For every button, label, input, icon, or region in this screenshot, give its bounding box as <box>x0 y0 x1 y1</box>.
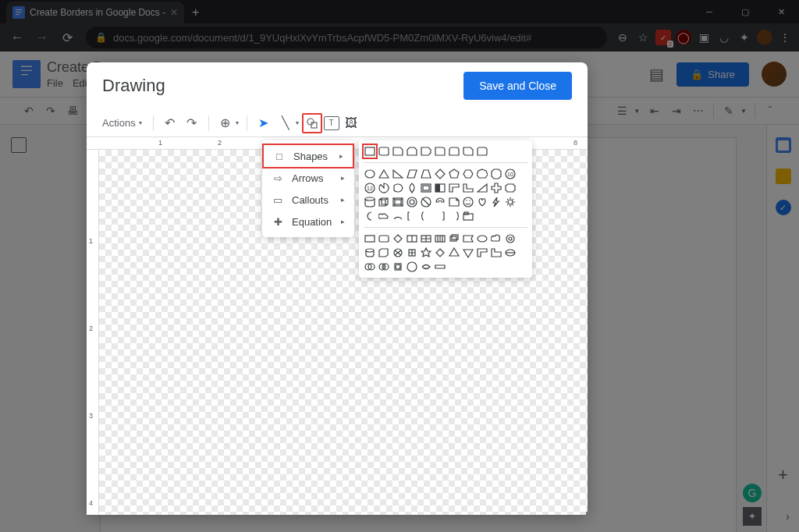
shape-s18[interactable] <box>448 246 460 259</box>
shape-menu-arrows[interactable]: ⇨Arrows▸ <box>262 167 354 189</box>
shape-s12[interactable] <box>364 246 376 259</box>
shape-s4[interactable] <box>406 232 418 245</box>
shape-diag[interactable] <box>476 182 488 194</box>
shape-cross[interactable] <box>490 182 502 194</box>
svg-text:10: 10 <box>507 172 513 177</box>
shape-brack[interactable] <box>406 210 418 222</box>
shape-rects[interactable] <box>476 145 488 158</box>
select-tool[interactable]: ➤ <box>254 113 274 133</box>
shape-s15[interactable] <box>406 246 418 259</box>
zoom-button[interactable]: ⊕ <box>215 113 236 133</box>
shape-s23[interactable] <box>364 261 376 273</box>
shape-donut[interactable] <box>406 196 418 208</box>
shape-pie[interactable] <box>378 182 390 194</box>
shape-smiley[interactable] <box>462 196 474 208</box>
shape-menu-callouts[interactable]: ▭Callouts▸ <box>262 189 354 211</box>
shape-s24[interactable] <box>378 261 390 273</box>
line-tool[interactable]: ╲ <box>275 113 296 133</box>
shape-trap[interactable] <box>420 168 432 180</box>
shape-fold[interactable] <box>448 196 460 208</box>
shape-menu-equation[interactable]: ✚Equation▸ <box>262 211 354 232</box>
shape-s16[interactable] <box>420 246 432 259</box>
shape-lshape[interactable] <box>462 182 474 194</box>
shape-hex[interactable] <box>462 168 474 180</box>
dropdown-arrow-icon[interactable]: ▾ <box>296 119 299 126</box>
shape-circle[interactable] <box>364 168 376 180</box>
shape-chord[interactable] <box>392 182 404 194</box>
shape-pent[interactable] <box>448 168 460 180</box>
shape-s19[interactable] <box>462 246 474 259</box>
shape-s13[interactable] <box>378 246 390 259</box>
ruler-mark: 8 <box>574 139 577 147</box>
textbox-tool[interactable]: T <box>324 116 339 130</box>
shape-round2[interactable] <box>448 145 460 158</box>
shape-block[interactable] <box>434 196 446 208</box>
shape-rrect[interactable] <box>378 145 390 158</box>
shape-snipd[interactable] <box>420 145 432 158</box>
shape-s27[interactable] <box>420 261 432 273</box>
shape-s22[interactable] <box>504 246 517 259</box>
shape-rect[interactable] <box>362 144 378 159</box>
shape-hept[interactable] <box>476 168 488 180</box>
shape-nosym[interactable] <box>420 196 432 208</box>
redo-button[interactable]: ↷ <box>182 113 202 133</box>
shape-s7[interactable] <box>448 232 460 245</box>
shape-bolt[interactable] <box>490 196 502 208</box>
shape-diamond[interactable] <box>434 168 446 180</box>
shape-cloud[interactable] <box>378 210 390 222</box>
shape-snip2[interactable] <box>406 145 418 158</box>
shape-frame[interactable] <box>420 182 432 194</box>
shape-rtri[interactable] <box>392 168 404 180</box>
shape-menu-shapes[interactable]: □Shapes▸ <box>262 144 354 168</box>
shape-s3[interactable] <box>392 232 404 245</box>
shape-tool[interactable] <box>302 113 322 133</box>
shape-tear[interactable] <box>406 182 418 194</box>
shape-sun[interactable] <box>504 196 517 208</box>
shape-s17[interactable] <box>434 246 446 259</box>
shape-dec[interactable]: 10 <box>504 168 517 180</box>
shape-bevel[interactable] <box>392 196 404 208</box>
shape-s5[interactable] <box>420 232 432 245</box>
shape-s6[interactable] <box>434 232 446 245</box>
shape-s25[interactable] <box>392 261 404 273</box>
shape-corner[interactable] <box>448 182 460 194</box>
shape-oct[interactable] <box>490 168 502 180</box>
shape-can[interactable] <box>364 196 376 208</box>
shape-heart[interactable] <box>476 196 488 208</box>
shape-s28[interactable] <box>434 261 446 273</box>
vertical-ruler[interactable]: 1234 <box>87 150 99 515</box>
shape-s21[interactable] <box>490 246 502 259</box>
save-and-close-button[interactable]: Save and Close <box>463 72 572 100</box>
svg-point-3 <box>307 119 314 125</box>
shape-para[interactable] <box>406 168 418 180</box>
image-tool[interactable]: 🖼 <box>341 113 361 133</box>
shape-s20[interactable] <box>476 246 488 259</box>
dropdown-arrow-icon[interactable]: ▾ <box>236 119 239 126</box>
shape-tab[interactable] <box>462 210 474 222</box>
shape-cube[interactable] <box>378 196 390 208</box>
ruler-mark: 2 <box>218 139 222 147</box>
shape-round1[interactable] <box>434 145 446 158</box>
shape-brace[interactable] <box>420 210 432 222</box>
shape-s1[interactable] <box>364 232 376 245</box>
shape-tri[interactable] <box>378 168 390 180</box>
shape-dodec[interactable]: 12 <box>364 182 376 194</box>
shape-s14[interactable] <box>392 246 404 259</box>
actions-menu[interactable]: Actions▾ <box>96 117 147 129</box>
shape-s11[interactable] <box>504 232 517 245</box>
shape-rounds[interactable] <box>462 145 474 158</box>
shape-s9[interactable] <box>476 232 488 245</box>
shape-s2[interactable] <box>378 232 390 245</box>
separator <box>208 115 209 131</box>
shape-s10[interactable] <box>490 232 502 245</box>
shape-arc[interactable] <box>392 210 404 222</box>
shape-brack2[interactable] <box>434 210 446 222</box>
undo-button[interactable]: ↶ <box>160 113 180 133</box>
shape-snip1[interactable] <box>392 145 404 158</box>
shape-s26[interactable] <box>406 261 418 273</box>
shape-plaque[interactable] <box>504 182 517 194</box>
shape-moon[interactable] <box>364 210 376 222</box>
shape-s8[interactable] <box>462 232 474 245</box>
shape-half[interactable] <box>434 182 446 194</box>
shape-brace2[interactable] <box>448 210 460 222</box>
